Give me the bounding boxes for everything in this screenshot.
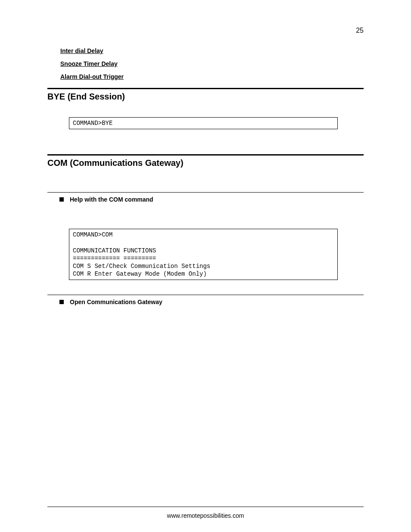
link-snooze-timer-delay[interactable]: Snooze Timer Delay [60,60,364,67]
page-root: 25 Inter dial Delay Snooze Timer Delay A… [0,0,411,532]
code-box-bye: COMMAND>BYE [69,117,338,129]
sub-rule-com-open [47,295,364,295]
square-bullet-icon [59,300,64,304]
sub-heading-com-help: Help with the COM command [59,196,364,203]
code-box-com-help: COMMAND>COM COMMUNICATION FUNCTIONS ====… [69,229,338,280]
sub-heading-text-com-open: Open Communications Gateway [70,299,162,305]
section-rule-bye [47,88,364,89]
section-title-com: COM (Communications Gateway) [47,158,364,168]
sub-heading-com-open: Open Communications Gateway [59,299,364,305]
page-number: 25 [356,27,364,34]
footer-text: www.remotepossibilities.com [0,512,411,519]
footer-rule [47,507,364,507]
link-alarm-dial-out-trigger[interactable]: Alarm Dial-out Trigger [60,73,364,80]
section-title-bye: BYE (End Session) [47,92,364,102]
square-bullet-icon [59,197,64,202]
link-inter-dial-delay[interactable]: Inter dial Delay [60,47,364,54]
sub-heading-text-com-help: Help with the COM command [70,196,153,203]
section-rule-com [47,154,364,156]
link-list: Inter dial Delay Snooze Timer Delay Alar… [60,47,364,80]
sub-rule-com-help [47,192,364,193]
